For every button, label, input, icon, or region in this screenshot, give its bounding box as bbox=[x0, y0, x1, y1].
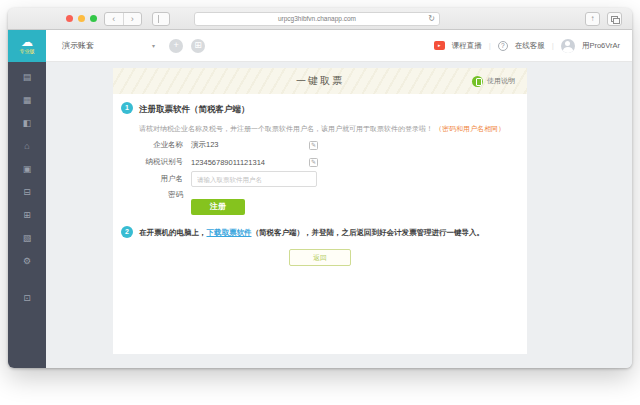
usage-help-label: 使用说明 bbox=[487, 76, 515, 86]
tab-square-icon bbox=[613, 18, 620, 24]
chevron-down-icon[interactable]: ▾ bbox=[152, 42, 155, 49]
back-button[interactable]: ‹ bbox=[105, 13, 124, 25]
account-set-selector[interactable]: 演示账套 bbox=[62, 40, 94, 51]
invoice-icon[interactable]: ▣ bbox=[8, 158, 46, 181]
add-button[interactable]: + bbox=[169, 39, 183, 53]
voucher-icon[interactable]: ▤ bbox=[8, 66, 46, 89]
username-input[interactable] bbox=[191, 171, 317, 187]
minimize-window-button[interactable] bbox=[78, 15, 85, 22]
page-title: 一键取票 bbox=[113, 68, 527, 94]
password-row: 密码 bbox=[121, 190, 183, 200]
assets-icon[interactable]: ⊞ bbox=[8, 204, 46, 227]
separator: | bbox=[552, 41, 554, 50]
step1-note: 请核对纳税企业名称及税号，并注册一个取票软件用户名，该用户就可用于取票软件的登录… bbox=[139, 124, 505, 134]
journal-icon[interactable]: ▦ bbox=[8, 89, 46, 112]
share-button[interactable]: ↑ bbox=[585, 12, 600, 26]
window-controls bbox=[66, 15, 97, 22]
step2-text-after: （简税客户端），并登陆，之后返回到好会计发票管理进行一键导入。 bbox=[252, 228, 485, 237]
report-icon[interactable]: ◧ bbox=[8, 112, 46, 135]
header-right-group: ▸ 课程直播 | ? 在线客服 | 用Pro6VrAr bbox=[434, 39, 620, 53]
avatar[interactable] bbox=[561, 39, 575, 53]
company-name-label: 企业名称 bbox=[121, 140, 183, 150]
step1-title: 注册取票软件（简税客户端） bbox=[139, 104, 250, 116]
avatar-body bbox=[563, 47, 573, 53]
company-name-value: 演示123 bbox=[191, 140, 309, 150]
username-field-label: 用户名 bbox=[121, 174, 183, 184]
close-window-button[interactable] bbox=[66, 15, 73, 22]
zoom-window-button[interactable] bbox=[90, 15, 97, 22]
browser-toolbar: ‹ › urpcg3hibfvn.chanapp.com ↻ ↑ bbox=[8, 8, 632, 30]
funds-icon[interactable]: ⌂ bbox=[8, 135, 46, 158]
gift-icon[interactable]: ⊡ bbox=[8, 287, 46, 310]
history-nav: ‹ › bbox=[104, 12, 142, 26]
url-text: urpcg3hibfvn.chanapp.com bbox=[278, 15, 356, 22]
step2-text: 在开票机的电脑上，下载取票软件（简税客户端），并登陆，之后返回到好会计发票管理进… bbox=[139, 228, 521, 238]
usage-help-link[interactable]: 使用说明 bbox=[472, 68, 515, 94]
cloud-logo-icon: ☁ bbox=[21, 37, 33, 48]
card-banner: 一键取票 使用说明 bbox=[113, 68, 527, 94]
username-row: 用户名 bbox=[121, 171, 317, 187]
register-button[interactable]: 注册 bbox=[191, 199, 245, 215]
tax-id-value: 123456789011121314 bbox=[191, 158, 309, 167]
reload-icon[interactable]: ↻ bbox=[428, 13, 435, 25]
live-course-link[interactable]: 课程直播 bbox=[452, 41, 482, 51]
app-logo[interactable]: ☁ 专业版 bbox=[8, 30, 46, 62]
browser-window: ‹ › urpcg3hibfvn.chanapp.com ↻ ↑ ☁ 专业版 演… bbox=[8, 8, 632, 368]
app-body: ▤ ▦ ◧ ⌂ ▣ ⊟ ⊞ ▧ ⚙ ⊡ 一键取票 使用说明 1 注册取 bbox=[8, 62, 632, 368]
edit-icon[interactable]: ✎ bbox=[309, 158, 318, 167]
avatar-head bbox=[565, 41, 570, 46]
live-course-icon: ▸ bbox=[434, 41, 445, 50]
password-field-label: 密码 bbox=[121, 190, 183, 200]
edition-label: 专业版 bbox=[20, 48, 35, 54]
question-mark-icon: ? bbox=[498, 41, 508, 51]
back-button-form[interactable]: 返回 bbox=[289, 249, 351, 266]
step2-badge: 2 bbox=[121, 226, 133, 238]
sidebar-toggle-button[interactable] bbox=[152, 12, 170, 26]
step1-badge: 1 bbox=[121, 102, 133, 114]
instructions-icon bbox=[472, 76, 483, 87]
settings-icon[interactable]: ⚙ bbox=[8, 250, 46, 273]
company-name-row: 企业名称 演示123 ✎ bbox=[121, 140, 318, 150]
tax-id-row: 纳税识别号 123456789011121314 ✎ bbox=[121, 157, 318, 167]
forward-button[interactable]: › bbox=[124, 13, 142, 25]
note-highlight: （密码和用户名相同） bbox=[435, 125, 505, 132]
sidebar-nav: ▤ ▦ ◧ ⌂ ▣ ⊟ ⊞ ▧ ⚙ ⊡ bbox=[8, 62, 46, 368]
main-content: 一键取票 使用说明 1 注册取票软件（简税客户端） 请核对纳税企业名称及税号，并… bbox=[46, 62, 632, 368]
salary-icon[interactable]: ⊟ bbox=[8, 181, 46, 204]
address-bar[interactable]: urpcg3hibfvn.chanapp.com ↻ bbox=[194, 12, 440, 26]
tabs-overview-button[interactable] bbox=[607, 12, 622, 26]
note-text: 请核对纳税企业名称及税号，并注册一个取票软件用户名，该用户就可用于取票软件的登录… bbox=[139, 125, 433, 132]
app-header: ☁ 专业版 演示账套 ▾ + ⊞ ▸ 课程直播 | ? 在线客服 | 用Pro6… bbox=[8, 30, 632, 62]
username-label[interactable]: 用Pro6VrAr bbox=[582, 41, 620, 51]
download-software-link[interactable]: 下载取票软件 bbox=[207, 228, 252, 237]
online-support-link[interactable]: 在线客服 bbox=[515, 41, 545, 51]
tax-id-label: 纳税识别号 bbox=[121, 157, 183, 167]
checkout-icon[interactable]: ▧ bbox=[8, 227, 46, 250]
edit-icon[interactable]: ✎ bbox=[309, 141, 318, 150]
step2-text-before: 在开票机的电脑上， bbox=[139, 228, 207, 237]
one-click-invoice-card: 一键取票 使用说明 1 注册取票软件（简税客户端） 请核对纳税企业名称及税号，并… bbox=[113, 68, 527, 354]
separator: | bbox=[489, 41, 491, 50]
apps-grid-button[interactable]: ⊞ bbox=[191, 39, 205, 53]
